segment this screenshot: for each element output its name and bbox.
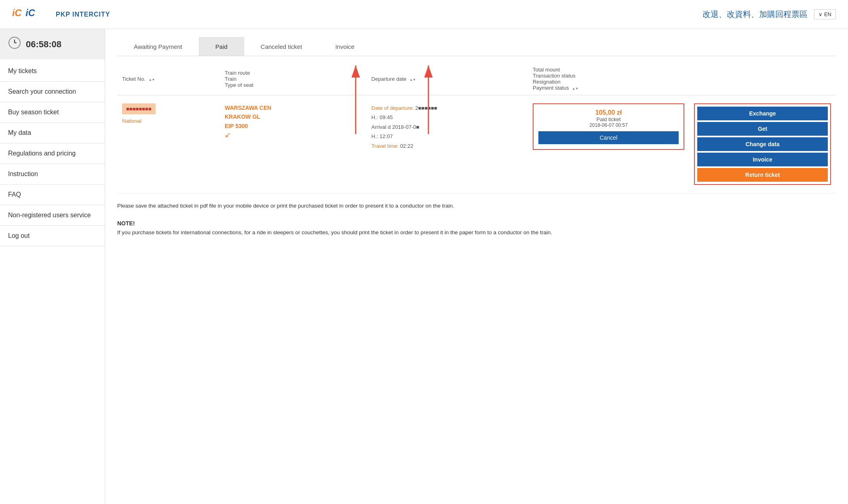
sort-arrows-ticket-no[interactable]: ▲▼ xyxy=(149,78,155,82)
sidebar-item-label: Log out xyxy=(8,232,30,239)
cell-route: WARSZAWA CEN KRAKOW GL EIP 5300 ↙ xyxy=(220,95,367,193)
sidebar-item-instruction[interactable]: Instruction xyxy=(0,164,105,185)
route-from: WARSZAWA CEN xyxy=(225,103,362,112)
sidebar-item-regulations[interactable]: Regulations and pricing xyxy=(0,143,105,164)
sidebar-item-label: Instruction xyxy=(8,170,38,177)
col-header-status: Total mount Transaction status Resignati… xyxy=(528,63,689,95)
paid-date: 2018-06-07 00:57 xyxy=(538,122,679,128)
svg-text:iC: iC xyxy=(25,8,35,18)
info-text-1: Please save the attached ticket in pdf f… xyxy=(117,202,836,210)
national-badge: National xyxy=(122,118,141,124)
cell-ticket-no: ■■■■■■■■ National xyxy=(117,95,220,193)
note-label: NOTE! xyxy=(117,219,836,228)
sidebar-item-label: My data xyxy=(8,129,31,136)
get-button[interactable]: Get xyxy=(697,122,828,136)
amount-display: 105,00 zł xyxy=(538,109,679,116)
content-area: Awaiting Payment Paid Canceled ticket In… xyxy=(105,29,848,504)
cancel-button[interactable]: Cancel xyxy=(538,131,679,144)
arrival-time: H.: 12:07 xyxy=(371,132,523,141)
sidebar-item-faq[interactable]: FAQ xyxy=(0,185,105,205)
ticket-no-badge: ■■■■■■■■ xyxy=(122,103,156,114)
table-row: ■■■■■■■■ National WARSZAWA CEN KRAKOW GL… xyxy=(117,95,836,193)
departure-date: Date of departure: 2■■■■■■ xyxy=(371,103,523,113)
paid-label: Paid ticket xyxy=(538,116,679,122)
cell-actions: Exchange Get Change data Invoice Return … xyxy=(689,95,836,193)
header-payment-status: Payment status ▲▼ xyxy=(533,85,684,91)
actions-box: Exchange Get Change data Invoice Return … xyxy=(694,103,831,185)
sidebar-item-search-connection[interactable]: Search your connection xyxy=(0,82,105,102)
route-to: KRAKOW GL xyxy=(225,112,362,121)
sidebar-item-buy-season-ticket[interactable]: Buy season ticket xyxy=(0,102,105,123)
chevron-down-icon: ∨ xyxy=(818,11,823,17)
return-ticket-button[interactable]: Return ticket xyxy=(697,168,828,182)
header-total-amount: Total mount xyxy=(533,67,684,73)
sidebar-item-my-data[interactable]: My data xyxy=(0,123,105,143)
invoice-button[interactable]: Invoice xyxy=(697,153,828,166)
cell-departure: Date of departure: 2■■■■■■ H.: 09:45 Arr… xyxy=(367,95,528,193)
header: iC iC PKP INTERCITY 改退、改資料、加購回程票區 ∨ EN xyxy=(0,0,848,29)
train-number: EIP 5300 xyxy=(225,122,362,130)
language-selector[interactable]: ∨ EN xyxy=(814,9,836,19)
arrival-date: Arrival d 2018-07-0■ xyxy=(371,122,523,132)
tab-bar: Awaiting Payment Paid Canceled ticket In… xyxy=(117,37,836,56)
sidebar-item-label: Regulations and pricing xyxy=(8,150,76,157)
col-header-route: Train route Train Type of seat xyxy=(220,63,367,95)
status-box: 105,00 zł Paid ticket 2018-06-07 00:57 C… xyxy=(533,103,684,150)
col-header-ticket-no: Ticket No. ▲▼ xyxy=(117,63,220,95)
main-layout: 06:58:08 My tickets Search your connecti… xyxy=(0,29,848,504)
sidebar-item-label: Non-registered users service xyxy=(8,212,91,218)
sidebar-item-logout[interactable]: Log out xyxy=(0,226,105,246)
sidebar-item-my-tickets[interactable]: My tickets xyxy=(0,61,105,82)
sidebar-item-non-registered[interactable]: Non-registered users service xyxy=(0,205,105,226)
travel-time: Travel time: 02:22 xyxy=(371,141,523,151)
sidebar-item-label: Search your connection xyxy=(8,88,76,95)
logo-icon: iC iC xyxy=(12,5,53,24)
header-transaction-status: Transaction status xyxy=(533,73,684,79)
header-right: 改退、改資料、加購回程票區 ∨ EN xyxy=(702,9,836,20)
cell-status: 105,00 zł Paid ticket 2018-06-07 00:57 C… xyxy=(528,95,689,193)
sidebar: 06:58:08 My tickets Search your connecti… xyxy=(0,29,105,504)
sidebar-item-label: Buy season ticket xyxy=(8,109,59,116)
timer-display: 06:58:08 xyxy=(26,39,61,50)
header-resignation: Resignation xyxy=(533,79,684,85)
chinese-annotation-top: 改退、改資料、加購回程票區 xyxy=(702,9,808,20)
sidebar-item-label: FAQ xyxy=(8,191,21,198)
svg-text:iC: iC xyxy=(12,8,22,18)
ticket-table: Ticket No. ▲▼ Train route Train Type of … xyxy=(117,63,836,193)
info-section: Please save the attached ticket in pdf f… xyxy=(117,202,836,237)
clock-icon xyxy=(8,36,21,52)
exchange-button[interactable]: Exchange xyxy=(697,107,828,120)
route-arrow-icon: ↙ xyxy=(225,130,362,139)
info-text-2: If you purchase tickets for internationa… xyxy=(117,228,836,237)
logo: iC iC PKP INTERCITY xyxy=(12,5,110,24)
col-header-actions xyxy=(689,63,836,95)
change-data-button[interactable]: Change data xyxy=(697,137,828,151)
sort-arrows-payment[interactable]: ▲▼ xyxy=(572,87,578,90)
logo-text: PKP INTERCITY xyxy=(56,11,110,18)
lang-label: EN xyxy=(824,11,831,17)
timer-box: 06:58:08 xyxy=(0,29,105,59)
col-header-departure: Departure date ▲▼ xyxy=(367,63,528,95)
tab-invoice[interactable]: Invoice xyxy=(319,37,371,56)
sort-arrows-departure[interactable]: ▲▼ xyxy=(409,78,416,82)
tab-awaiting-payment[interactable]: Awaiting Payment xyxy=(117,37,199,56)
tab-paid[interactable]: Paid xyxy=(199,37,244,56)
tab-canceled-ticket[interactable]: Canceled ticket xyxy=(244,37,319,56)
sidebar-item-label: My tickets xyxy=(8,67,37,74)
departure-time: H.: 09:45 xyxy=(371,113,523,122)
